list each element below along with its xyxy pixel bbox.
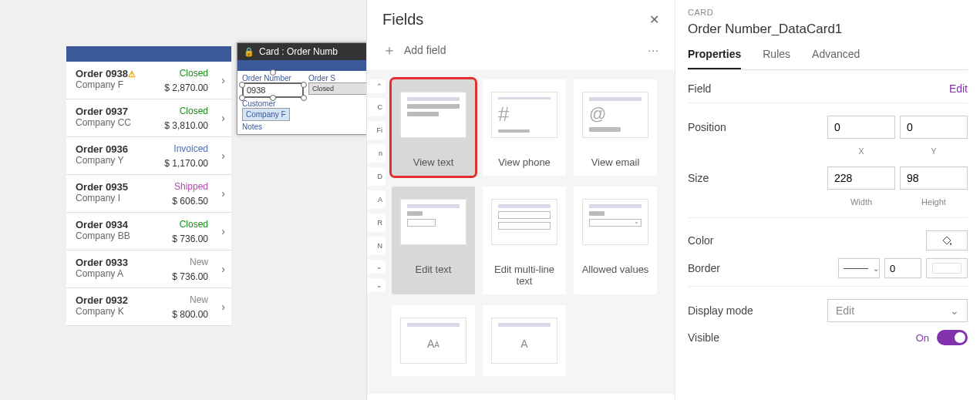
y-sublabel: Y: [900, 146, 968, 156]
displaymode-select[interactable]: Edit ⌄: [827, 299, 968, 322]
order-price: $ 800.00: [172, 309, 208, 320]
chevron-right-icon: ›: [221, 150, 225, 162]
properties-tabs: Properties Rules Advanced: [688, 48, 968, 70]
card-header-text: Card : Order Numb: [259, 46, 338, 57]
field-type-edit-multiline[interactable]: Edit multi-line text: [483, 187, 566, 294]
tab-advanced[interactable]: Advanced: [812, 48, 860, 69]
order-status: Closed: [180, 106, 208, 116]
partial-row: R: [367, 213, 386, 232]
height-input[interactable]: [900, 166, 968, 190]
size-label: Size: [688, 172, 709, 184]
gallery-row[interactable]: Order 0936Company YInvoiced$ 1,170.00›: [66, 137, 231, 175]
chevron-right-icon: ›: [221, 74, 225, 86]
chevron-up-icon: ⌃: [376, 82, 382, 90]
form-body-header: [237, 60, 375, 71]
position-label: Position: [688, 121, 726, 133]
partial-collapse[interactable]: ⌄: [367, 278, 386, 292]
tile-label: Edit text: [392, 257, 475, 283]
gallery-row[interactable]: Order 0935Company IShipped$ 606.50›: [66, 175, 231, 213]
gallery-row[interactable]: Order 0938⚠Company FClosed$ 2,870.00›: [66, 62, 231, 99]
lock-icon: 🔒: [244, 47, 254, 57]
close-icon[interactable]: ✕: [649, 12, 659, 27]
field-type-view-text[interactable]: View text: [392, 79, 475, 176]
customer-field[interactable]: Company F: [242, 108, 290, 121]
gallery-header: [66, 46, 231, 62]
order-status-field[interactable]: Closed: [308, 82, 370, 95]
category-label: CARD: [688, 8, 968, 17]
plus-icon: ＋: [382, 41, 396, 59]
partial-row: C: [367, 98, 386, 116]
gallery-row[interactable]: Order 0937Company CCClosed$ 3,810.00›: [66, 99, 231, 137]
card-selection-header: 🔒 Card : Order Numb: [237, 43, 375, 60]
gallery-row[interactable]: Order 0934Company BBClosed$ 736.00›: [66, 213, 231, 250]
width-sublabel: Width: [827, 197, 895, 207]
field-type-view-phone[interactable]: #View phone: [483, 79, 566, 176]
canvas-area: Order 0938⚠Company FClosed$ 2,870.00›Ord…: [0, 0, 366, 400]
tab-properties[interactable]: Properties: [688, 48, 741, 69]
partial-row: D: [367, 167, 386, 186]
fields-panel: Fields ✕ ＋ Add field ··· ⌃CFinDARN⌄⌄ Vie…: [366, 0, 675, 400]
order-gallery: Order 0938⚠Company FClosed$ 2,870.00›Ord…: [66, 46, 231, 326]
field-type-extra[interactable]: AA: [392, 305, 475, 376]
field-type-view-email[interactable]: @View email: [574, 79, 657, 176]
field-type-edit-text[interactable]: Edit text: [392, 187, 475, 294]
partial-collapse[interactable]: ⌄: [367, 260, 386, 274]
visible-value: On: [916, 332, 929, 344]
order-price: $ 606.50: [172, 196, 208, 207]
order-status: Invoiced: [173, 143, 208, 154]
color-picker[interactable]: [926, 230, 968, 250]
gallery-row[interactable]: Order 0933Company ANew$ 736.00›: [66, 250, 231, 288]
chevron-down-icon: ⌄: [376, 281, 382, 289]
chevron-down-icon: ⌄: [376, 263, 382, 271]
field-type-allowed-values[interactable]: ⌄Allowed values: [574, 187, 657, 294]
order-status: Shipped: [174, 181, 208, 192]
displaymode-value: Edit: [836, 304, 854, 317]
order-price: $ 1,170.00: [164, 158, 208, 169]
order-price: $ 3,810.00: [164, 120, 208, 131]
chevron-down-icon: ⌄: [950, 304, 959, 317]
partial-row: n: [367, 144, 386, 163]
border-width-input[interactable]: [884, 258, 921, 278]
control-name: Order Number_DataCard1: [688, 22, 968, 37]
customer-label: Customer: [242, 99, 370, 108]
order-status: Closed: [180, 219, 208, 230]
add-field-label: Add field: [404, 44, 446, 56]
tile-label: Edit multi-line text: [483, 257, 566, 294]
tab-rules[interactable]: Rules: [763, 48, 790, 69]
paint-bucket-icon: [941, 234, 953, 247]
partial-row: Fi: [367, 121, 386, 139]
width-input[interactable]: [827, 166, 895, 190]
chevron-right-icon: ›: [221, 187, 225, 200]
border-style-select[interactable]: ⌄: [838, 258, 880, 278]
visible-toggle[interactable]: [937, 330, 968, 345]
chevron-right-icon: ›: [221, 301, 225, 313]
more-icon[interactable]: ···: [648, 44, 659, 56]
position-y-input[interactable]: [900, 116, 968, 139]
order-status: Closed: [180, 68, 208, 79]
tile-label: Allowed values: [574, 257, 657, 283]
position-x-input[interactable]: [827, 116, 895, 139]
warning-icon: ⚠: [128, 69, 136, 79]
order-price: $ 736.00: [172, 234, 208, 244]
add-field-button[interactable]: ＋ Add field: [382, 41, 446, 59]
border-label: Border: [688, 262, 720, 274]
chevron-right-icon: ›: [221, 225, 225, 237]
height-sublabel: Height: [900, 197, 968, 207]
order-price: $ 736.00: [172, 271, 208, 282]
displaymode-label: Display mode: [688, 304, 753, 317]
partial-row: ⌃: [367, 79, 386, 93]
chevron-right-icon: ›: [221, 263, 225, 275]
gallery-row[interactable]: Order 0932Company KNew$ 800.00›: [66, 288, 231, 326]
tile-label: View text: [392, 150, 475, 176]
order-status-label: Order S: [308, 74, 370, 82]
field-edit-link[interactable]: Edit: [949, 82, 968, 95]
notes-label: Notes: [242, 123, 370, 131]
field-type-extra-2[interactable]: A: [483, 305, 566, 376]
fields-panel-title: Fields: [382, 11, 423, 29]
chevron-right-icon: ›: [221, 112, 225, 124]
border-preview[interactable]: [926, 258, 968, 278]
tile-label: View email: [574, 150, 657, 176]
selected-form-card[interactable]: 🔒 Card : Order Numb Order Number 0938 Or…: [237, 42, 375, 135]
x-sublabel: X: [827, 146, 895, 156]
visible-label: Visible: [688, 331, 719, 344]
